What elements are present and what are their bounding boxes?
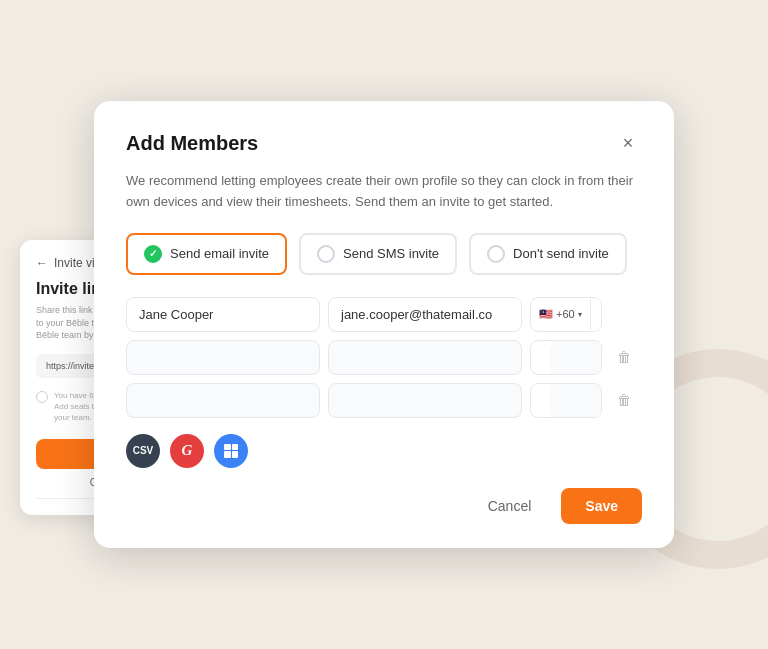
phone-code: +60 — [556, 308, 575, 320]
email-invite-option[interactable]: Send email invite — [126, 233, 287, 275]
table-row: 🗑 — [126, 383, 642, 418]
flag-icon: 🇲🇾 — [539, 308, 553, 321]
email-radio-circle — [144, 245, 162, 263]
add-members-modal: Add Members × We recommend letting emplo… — [94, 101, 674, 548]
chevron-down-icon: ▾ — [578, 310, 582, 319]
invite-method-options: Send email invite Send SMS invite Don't … — [126, 233, 642, 275]
table-row: 🇲🇾 +60 ▾ — [126, 297, 642, 332]
google-import-button[interactable]: G — [170, 434, 204, 468]
phone-number-input[interactable] — [591, 298, 602, 331]
sms-invite-option[interactable]: Send SMS invite — [299, 233, 457, 275]
csv-import-button[interactable]: CSV — [126, 434, 160, 468]
phone-number-input[interactable] — [551, 384, 601, 417]
modal-title: Add Members — [126, 132, 258, 155]
member-email-input[interactable] — [328, 340, 522, 375]
delete-row-button[interactable]: 🗑 — [610, 343, 638, 371]
phone-number-input[interactable] — [551, 341, 601, 374]
sms-radio-circle — [317, 245, 335, 263]
no-invite-option[interactable]: Don't send invite — [469, 233, 627, 275]
member-name-input[interactable] — [126, 297, 320, 332]
microsoft-import-button[interactable] — [214, 434, 248, 468]
modal-footer: Cancel Save — [126, 488, 642, 524]
members-section: 🇲🇾 +60 ▾ — [126, 297, 642, 418]
phone-input-group: 🇲🇾 +60 ▾ — [530, 297, 602, 332]
member-name-input[interactable] — [126, 383, 320, 418]
email-invite-label: Send email invite — [170, 246, 269, 261]
phone-country-selector[interactable] — [531, 348, 551, 366]
trash-icon: 🗑 — [617, 392, 631, 408]
modal-header: Add Members × — [126, 129, 642, 157]
no-invite-label: Don't send invite — [513, 246, 609, 261]
import-section: CSV G — [126, 434, 642, 468]
trash-icon: 🗑 — [617, 349, 631, 365]
windows-icon — [224, 444, 238, 458]
google-icon: G — [182, 442, 193, 459]
close-button[interactable]: × — [614, 129, 642, 157]
modal-description: We recommend letting employees create th… — [126, 171, 642, 213]
table-row: 🗑 — [126, 340, 642, 375]
modal-overlay: Add Members × We recommend letting emplo… — [0, 0, 768, 649]
csv-label: CSV — [133, 445, 154, 456]
phone-country-selector[interactable]: 🇲🇾 +60 ▾ — [531, 299, 591, 330]
cancel-button[interactable]: Cancel — [470, 488, 550, 524]
phone-country-selector[interactable] — [531, 391, 551, 409]
member-email-input[interactable] — [328, 383, 522, 418]
save-button[interactable]: Save — [561, 488, 642, 524]
no-invite-radio-circle — [487, 245, 505, 263]
phone-input-group — [530, 383, 602, 418]
delete-row-button[interactable]: 🗑 — [610, 386, 638, 414]
phone-input-group — [530, 340, 602, 375]
sms-invite-label: Send SMS invite — [343, 246, 439, 261]
close-icon: × — [623, 133, 634, 154]
member-email-input[interactable] — [328, 297, 522, 332]
member-name-input[interactable] — [126, 340, 320, 375]
